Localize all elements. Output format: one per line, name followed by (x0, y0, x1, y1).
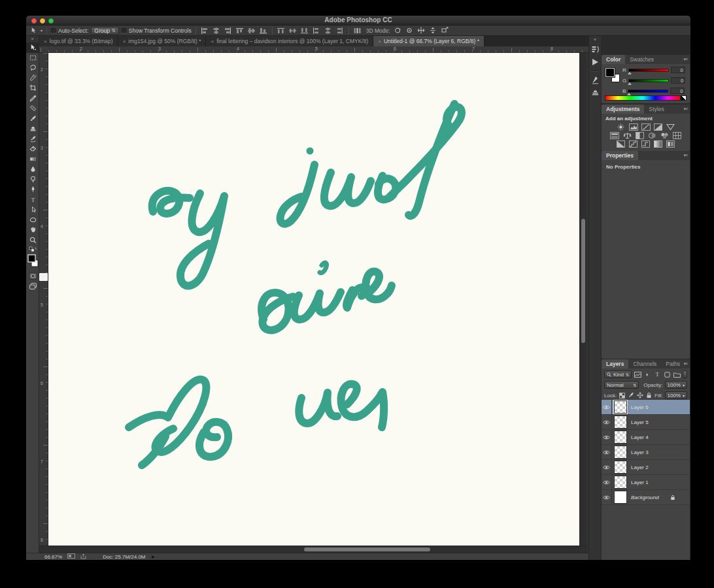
blur-tool[interactable] (26, 164, 39, 174)
tab-properties[interactable]: Properties (602, 151, 638, 160)
levels-icon[interactable] (628, 123, 638, 131)
layer-thumbnail[interactable] (614, 416, 627, 429)
lasso-tool[interactable] (26, 63, 39, 73)
expand-panels-icon[interactable]: « (589, 36, 601, 42)
black-white-icon[interactable] (635, 131, 645, 139)
tab-channels[interactable]: Channels (628, 359, 661, 368)
layer-thumbnail[interactable] (614, 446, 627, 459)
tab-final-lettering[interactable]: ×final lettering – davidson interiors @ … (206, 36, 373, 46)
eraser-tool[interactable] (26, 144, 39, 154)
clone-stamp-tool[interactable] (26, 123, 39, 134)
horizontal-ruler[interactable]: 2 3 4 5 6 7 8 (39, 46, 588, 53)
threshold-icon[interactable] (641, 140, 651, 148)
tab-img154-jpg[interactable]: ×img154.jpg @ 50% (RGB/8) * (118, 36, 207, 46)
hue-saturation-icon[interactable] (610, 131, 620, 139)
filter-type-layers-icon[interactable]: T (653, 370, 661, 378)
channel-mixer-icon[interactable] (660, 131, 670, 139)
close-tab-icon[interactable]: × (211, 39, 214, 44)
quick-mask-mode-icon[interactable] (26, 271, 39, 281)
close-tab-icon[interactable]: × (123, 39, 126, 44)
tab-adjustments[interactable]: Adjustments (602, 105, 644, 114)
tab-layers[interactable]: Layers (602, 359, 628, 368)
close-tab-icon[interactable]: × (378, 39, 381, 44)
align-left-edges-icon[interactable] (200, 27, 209, 35)
zoom-tool[interactable] (26, 235, 39, 246)
visibility-eye-icon[interactable] (602, 400, 612, 414)
gradient-map-icon[interactable] (653, 140, 663, 148)
lock-all-icon[interactable] (645, 391, 653, 399)
color-spectrum-ramp[interactable] (605, 95, 681, 101)
filter-pixel-layers-icon[interactable] (634, 370, 641, 378)
layer-row-layer1[interactable]: Layer 1 (602, 475, 690, 490)
selective-color-icon[interactable] (666, 140, 675, 148)
foreground-background-swatches[interactable] (605, 68, 620, 82)
panel-menu-icon[interactable]: ▾≡ (683, 153, 687, 158)
exposure-icon[interactable] (653, 123, 663, 131)
green-slider[interactable] (628, 79, 669, 82)
invert-icon[interactable] (616, 140, 626, 148)
photo-filter-icon[interactable] (647, 131, 657, 139)
gradient-tool[interactable] (26, 154, 39, 165)
dodge-tool[interactable] (26, 174, 39, 185)
align-bottom-edges-icon[interactable] (259, 27, 268, 35)
screen-mode-icon[interactable] (26, 281, 39, 291)
canvas[interactable] (48, 53, 579, 546)
auto-select-checkbox[interactable] (51, 28, 56, 33)
red-slider[interactable] (628, 69, 669, 72)
layer-row-layer2[interactable]: Layer 2 (602, 460, 690, 475)
toolbar-collapse-icon[interactable]: » (26, 36, 39, 42)
filter-kind-dropdown[interactable]: Kind⇅ (604, 370, 632, 378)
pen-tool[interactable] (26, 184, 39, 195)
vertical-ruler[interactable]: 2 3 4 5 6 7 8 (39, 53, 48, 546)
vibrance-icon[interactable] (666, 123, 675, 131)
foreground-background-swatches[interactable] (26, 253, 39, 271)
distribute-spacing-icon[interactable] (353, 27, 362, 35)
filter-shape-layers-icon[interactable] (663, 370, 671, 378)
type-tool[interactable]: T (26, 195, 39, 205)
curves-icon[interactable] (641, 123, 651, 131)
lock-transparent-pixels-icon[interactable] (619, 391, 626, 399)
move-tool[interactable] (26, 42, 39, 53)
layer-thumbnail[interactable] (614, 431, 627, 444)
eyedropper-tool[interactable] (26, 93, 39, 104)
tab-untitled-1[interactable]: ×Untitled-1 @ 66.7% (Layer 6, RGB/8) * (373, 36, 484, 46)
visibility-eye-icon[interactable] (602, 445, 612, 459)
tab-swatches[interactable]: Swatches (625, 55, 658, 64)
3d-roll-icon[interactable] (405, 27, 414, 35)
spot-healing-brush-tool[interactable] (26, 103, 39, 114)
visibility-eye-icon[interactable] (602, 490, 612, 504)
horizontal-scrollbar[interactable] (39, 546, 586, 553)
blue-slider[interactable] (628, 90, 668, 93)
path-selection-tool[interactable] (26, 204, 39, 215)
distribute-bottom-edges-icon[interactable] (300, 27, 309, 35)
panel-menu-icon[interactable]: ▾≡ (683, 361, 687, 367)
layer-row-background[interactable]: Background (602, 490, 690, 505)
align-top-edges-icon[interactable] (235, 27, 245, 35)
panel-menu-icon[interactable]: ▾≡ (683, 106, 687, 112)
align-vertical-centers-icon[interactable] (247, 27, 256, 35)
crop-tool[interactable] (26, 83, 39, 93)
brush-presets-panel-icon[interactable] (589, 73, 601, 86)
spectrum-bw-end[interactable] (681, 95, 687, 101)
tab-paths[interactable]: Paths (661, 359, 685, 368)
quick-selection-tool[interactable] (26, 73, 39, 84)
visibility-eye-icon[interactable] (602, 415, 612, 429)
layer-thumbnail[interactable] (614, 476, 627, 489)
ellipse-shape-tool[interactable] (26, 215, 39, 225)
layer-thumbnail[interactable] (614, 461, 627, 474)
history-panel-icon[interactable] (589, 42, 601, 56)
blend-mode-dropdown[interactable]: Normal⇅ (604, 381, 639, 389)
rectangular-marquee-tool[interactable] (26, 53, 39, 63)
share-icon[interactable] (80, 553, 87, 561)
filter-smart-objects-icon[interactable] (673, 370, 681, 378)
history-brush-tool[interactable] (26, 134, 39, 144)
align-right-edges-icon[interactable] (224, 27, 233, 35)
3d-drag-icon[interactable] (416, 27, 426, 35)
color-balance-icon[interactable] (622, 131, 632, 139)
hand-tool[interactable] (26, 225, 39, 235)
layer-row-layer5[interactable]: Layer 5 (602, 415, 690, 430)
doc-size-readout[interactable]: Doc: 25.7M/24.0M (103, 554, 145, 560)
distribute-top-edges-icon[interactable] (277, 27, 286, 35)
brightness-contrast-icon[interactable] (616, 123, 626, 131)
3d-scale-icon[interactable] (440, 27, 449, 35)
